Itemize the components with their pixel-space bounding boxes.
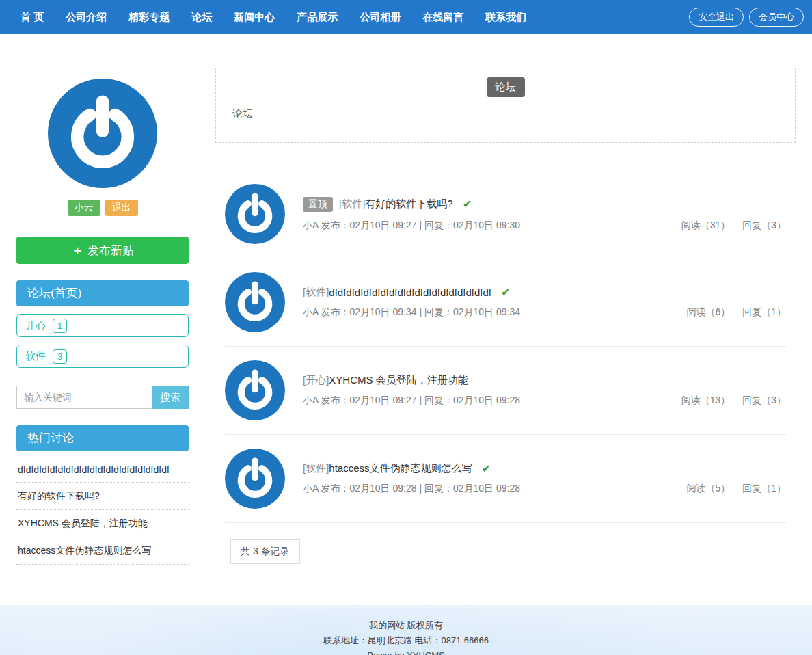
hot-list-item[interactable]: dfdfdfdfdfdfdfdfdfdfdfdfdfdfdfdfdfdfdf: [16, 457, 189, 483]
post-category-tag: [开心]: [303, 374, 329, 387]
top-navbar: 首 页 公司介绍 精彩专题 论坛 新闻中心 产品展示 公司相册 在线留言 联系我…: [0, 0, 812, 34]
post-stats: 阅读（5） 回复（1）: [677, 483, 786, 495]
check-icon: ✔: [501, 286, 510, 299]
post-row: [软件] dfdfdfdfdfdfdfdfdfdfdfdfdfdfdfdfdfd…: [225, 258, 786, 347]
nav-menu: 首 页 公司介绍 精彩专题 论坛 新闻中心 产品展示 公司相册 在线留言 联系我…: [21, 11, 689, 24]
nav-item-company-intro[interactable]: 公司介绍: [66, 11, 107, 24]
nav-item-contact-us[interactable]: 联系我们: [485, 11, 526, 24]
hot-discussions-header: 热门讨论: [16, 425, 189, 451]
breadcrumb: 论坛: [232, 107, 779, 120]
records-count-box: 共 3 条记录: [230, 539, 300, 564]
hot-discussions-list: dfdfdfdfdfdfdfdfdfdfdfdfdfdfdfdfdfdfdf 有…: [16, 457, 189, 565]
member-center-button[interactable]: 会员中心: [749, 8, 804, 27]
post-title-link[interactable]: dfdfdfdfdfdfdfdfdfdfdfdfdfdfdfdfdfdfdf: [329, 286, 491, 298]
footer-contact: 联系地址：昆明北京路 电话：0871-66666: [0, 633, 812, 648]
post-title-link[interactable]: 有好的软件下载吗?: [365, 198, 452, 211]
check-icon: ✔: [482, 462, 491, 475]
hot-list-item[interactable]: XYHCMS 会员登陆，注册功能: [16, 510, 189, 537]
post-reply-count: 回复（3）: [742, 219, 786, 230]
user-avatar-power-icon: [48, 79, 157, 188]
post-row: [软件] htaccess文件伪静态规则怎么写 ✔ 小A 发布：02月10日 0…: [225, 435, 786, 523]
post-row: [开心] XYHCMS 会员登陆，注册功能 小A 发布：02月10日 09:27…: [225, 347, 786, 435]
forum-home-header[interactable]: 论坛(首页): [16, 280, 189, 306]
post-meta: 小A 发布：02月10日 09:27 | 回复：02月10日 09:30: [303, 219, 520, 232]
nav-item-featured-topics[interactable]: 精彩专题: [128, 11, 170, 24]
post-list: 置顶 [软件] 有好的软件下载吗? ✔ 小A 发布：02月10日 09:27 |…: [215, 170, 796, 523]
sidebar: 小云 退出 ＋ 发布新贴 论坛(首页) 开心 1 软件 3 搜索 热门讨论 df…: [16, 68, 189, 565]
post-reply-count: 回复（1）: [742, 483, 786, 494]
main-content: 论坛 论坛 置顶 [软件] 有好的软件下载吗? ✔ 小A 发布：02月10日 0…: [215, 68, 796, 564]
new-post-button-label: 发布新贴: [87, 243, 134, 258]
username-badge: 小云: [68, 200, 100, 216]
post-read-count: 阅读（6）: [687, 306, 731, 317]
plus-icon: ＋: [71, 242, 83, 258]
hot-list-item[interactable]: 有好的软件下载吗?: [16, 483, 189, 510]
post-meta: 小A 发布：02月10日 09:28 | 回复：02月10日 09:28: [303, 483, 520, 495]
post-avatar-power-icon: [225, 272, 285, 332]
footer-powered-by: Power by XYHCMS: [0, 648, 812, 655]
nav-account-actions: 安全退出 会员中心: [689, 8, 804, 27]
search-input[interactable]: [16, 386, 152, 409]
post-meta: 小A 发布：02月10日 09:34 | 回复：02月10日 09:34: [303, 306, 520, 319]
category-label: 软件: [25, 350, 46, 363]
category-item-happy[interactable]: 开心 1: [16, 314, 189, 337]
safe-logout-button[interactable]: 安全退出: [689, 8, 744, 27]
post-avatar-power-icon: [225, 360, 285, 420]
post-row: 置顶 [软件] 有好的软件下载吗? ✔ 小A 发布：02月10日 09:27 |…: [225, 170, 786, 258]
post-category-tag: [软件]: [303, 462, 329, 475]
category-count-badge: 1: [53, 319, 67, 333]
pinned-badge: 置顶: [303, 197, 333, 212]
user-avatar-box: 小云 退出: [16, 79, 189, 216]
nav-item-online-message[interactable]: 在线留言: [422, 11, 463, 24]
post-title-link[interactable]: XYHCMS 会员登陆，注册功能: [329, 374, 468, 387]
nav-item-photo-album[interactable]: 公司相册: [360, 11, 401, 24]
post-category-tag: [软件]: [339, 198, 365, 211]
post-meta: 小A 发布：02月10日 09:27 | 回复：02月10日 09:28: [303, 395, 520, 407]
forum-title-badge: 论坛: [487, 77, 525, 97]
post-read-count: 阅读（31）: [681, 219, 731, 230]
category-count-badge: 3: [53, 349, 67, 364]
logout-badge[interactable]: 退出: [105, 200, 138, 216]
page-footer: 我的网站 版权所有 联系地址：昆明北京路 电话：0871-66666 Power…: [0, 605, 812, 655]
post-reply-count: 回复（3）: [742, 395, 786, 405]
post-reply-count: 回复（1）: [742, 306, 786, 317]
post-category-tag: [软件]: [303, 286, 329, 299]
post-stats: 阅读（6） 回复（1）: [677, 306, 786, 319]
nav-item-products[interactable]: 产品展示: [297, 11, 338, 24]
category-item-software[interactable]: 软件 3: [16, 345, 189, 368]
nav-item-home[interactable]: 首 页: [21, 11, 44, 24]
category-label: 开心: [25, 319, 46, 332]
post-read-count: 阅读（5）: [687, 483, 731, 494]
post-stats: 阅读（31） 回复（3）: [672, 219, 786, 232]
forum-intro-box: 论坛 论坛: [215, 68, 796, 143]
check-icon: ✔: [463, 198, 472, 211]
search-button[interactable]: 搜索: [152, 386, 189, 409]
sidebar-search: 搜索: [16, 386, 189, 409]
post-avatar-power-icon: [225, 184, 285, 244]
footer-copyright: 我的网站 版权所有: [0, 618, 812, 633]
post-stats: 阅读（13） 回复（3）: [672, 395, 786, 407]
post-avatar-power-icon: [225, 449, 285, 509]
hot-list-item[interactable]: htaccess文件伪静态规则怎么写: [16, 537, 189, 565]
post-title-link[interactable]: htaccess文件伪静态规则怎么写: [329, 462, 472, 475]
nav-item-news-center[interactable]: 新闻中心: [234, 11, 275, 24]
post-read-count: 阅读（13）: [681, 395, 731, 405]
new-post-button[interactable]: ＋ 发布新贴: [16, 237, 189, 264]
nav-item-forum[interactable]: 论坛: [191, 11, 212, 24]
